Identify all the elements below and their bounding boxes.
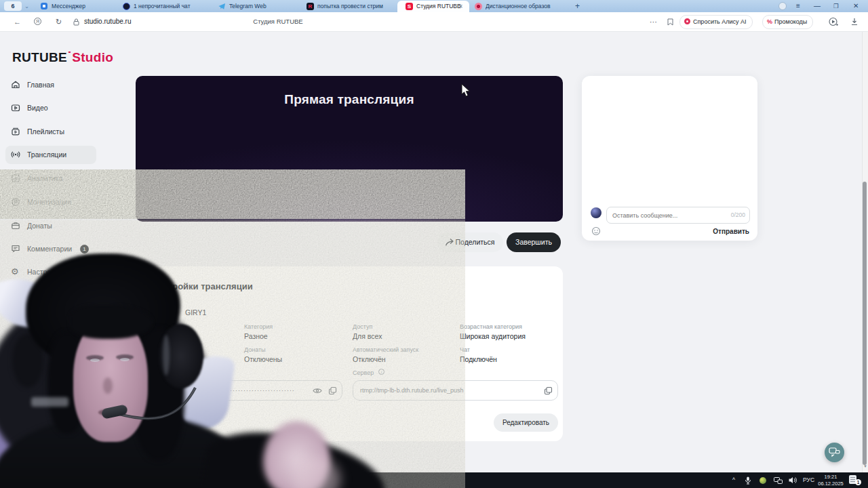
notes-count-badge: 1 [855,479,861,485]
chat-message-input[interactable] [607,207,749,223]
scrollbar-down-arrow[interactable]: ▾ [863,464,868,469]
page-scrollbar-thumb[interactable] [863,182,867,465]
tab-telegram[interactable]: Telegram Web [229,0,267,12]
browser-profile-avatar[interactable] [778,2,787,10]
webcam-nose-shadow [103,378,113,394]
alice-ai-button[interactable]: Спросить Алису AI [679,15,753,29]
support-chat-fab[interactable] [825,443,844,462]
sidebar-item-donates[interactable]: Донаты [5,217,107,235]
tray-volume-icon[interactable] [789,476,797,484]
eye-icon[interactable] [313,387,322,394]
field-label: Автоматический запуск [353,346,418,353]
playlist-icon [11,127,20,136]
home-icon [11,80,20,89]
chat-message-field[interactable]: 0/200 [606,207,750,224]
copy-icon[interactable] [544,386,553,395]
field-value: Подключён [460,355,497,363]
field-label: Категория [244,323,273,330]
server-url-field[interactable] [353,380,558,401]
flower-tab-icon [475,3,482,10]
stream-key-field[interactable]: ········································… [168,380,342,401]
reload-icon[interactable]: ↻ [56,12,62,31]
field-label: Донаты [244,346,266,353]
edit-button[interactable]: Редактировать [494,413,558,432]
broadcast-icon [11,150,20,159]
bookmark-icon[interactable] [667,18,673,26]
tray-app-icon[interactable] [760,477,766,484]
chat-user-avatar [591,207,601,218]
clock-time: 19:21 [814,474,848,481]
tray-language-indicator[interactable]: РУС [803,472,814,488]
sidebar-item-comments[interactable]: Комментарии 1 [5,240,107,258]
yandex-icon[interactable]: Я [34,18,41,25]
analytics-icon [11,174,20,183]
chat-bubbles-icon [829,447,840,458]
share-icon [445,238,454,247]
send-button[interactable]: Отправить [713,228,749,235]
emoji-icon[interactable] [591,226,601,236]
tab-studio-rutube[interactable]: S Студия RUTUBE ✕ [397,1,469,12]
video-icon [11,103,20,113]
new-tab-button[interactable]: + [575,0,580,12]
tab-counter-button[interactable]: 6 [4,1,22,11]
sidebar-item-broadcasts[interactable]: Трансляции [5,146,96,164]
field-value: Отключены [244,355,282,363]
window-minimize-icon[interactable]: — [814,0,821,12]
tab-unread-chat[interactable]: 1 непрочитанный чат [134,0,191,12]
tab-distance-education[interactable]: Дистанционное образов [486,0,566,12]
browser-tab-strip: 6 ⌄ Мессенджер 1 непрочитанный чат Teleg… [0,0,868,12]
finish-stream-button[interactable]: Завершить [507,232,561,252]
window-close-icon[interactable]: ✕ [853,0,859,12]
stream-title-text: GIRY1 [185,308,206,317]
tray-network-icon[interactable] [774,477,783,484]
promo-codes-button[interactable]: %Промокоды [762,15,813,29]
tab-messenger[interactable]: Мессенджер [52,0,85,12]
back-icon[interactable]: ← [14,12,21,31]
tab-close-icon[interactable]: ✕ [458,3,463,9]
sidebar-item-monetization[interactable]: Монетизация [5,193,107,211]
info-icon[interactable]: i [378,369,384,375]
window-restore-icon[interactable]: ❐ [833,0,839,12]
tray-microphone-icon[interactable] [745,476,751,485]
video-translate-icon[interactable] [829,17,838,26]
comment-icon [11,244,20,253]
webcam-hair-left [47,332,87,434]
wallet-icon [11,221,20,230]
sidebar-item-home[interactable]: Главная [5,76,107,94]
webcam-mouth [98,409,117,415]
tray-hidden-icons-caret[interactable]: ^ [732,472,735,488]
field-label: Доступ [353,323,372,330]
rutube-s-tab-icon: S [406,3,413,10]
tab-stream-attempt[interactable]: попытка провести стрим [317,0,383,12]
sidebar-item-settings[interactable]: ⚙ Настройки [5,263,107,281]
sidebar-item-analytics[interactable]: Аналитика [5,169,107,188]
url-text[interactable]: studio.rutube.ru [84,12,132,31]
gear-icon: ⚙ [11,267,20,277]
messenger-tab-icon [41,3,47,9]
tab-counter-chevron-icon[interactable]: ⌄ [24,0,29,12]
player-title: Прямая трансляция [136,92,563,107]
webcam-earcup-left [12,333,43,388]
char-counter: 0/200 [731,211,745,218]
sidebar-item-playlists[interactable]: Плейлисты [5,123,107,141]
webcam-eye-white-right [120,358,130,361]
webcam-eye-right [116,354,134,360]
site-lock-icon[interactable] [73,18,79,26]
webcam-chair-label-smudge [31,397,68,407]
copy-icon[interactable] [328,386,337,395]
taskbar-clock[interactable]: 19:21 06.12.2025 [814,474,848,487]
share-button[interactable]: Поделиться [437,232,503,252]
stream-key-masked-value: ········································… [169,381,308,400]
field-value: Разное [244,332,268,340]
ruble-circle-icon [11,197,20,207]
field-label: Чат [460,346,470,353]
overflow-icon[interactable]: ⋯ [650,12,657,31]
download-icon[interactable] [850,18,859,26]
sidebar-item-video[interactable]: Видео [5,99,107,117]
unread-chat-tab-icon [123,3,130,10]
field-value: Широкая аудитория [460,332,526,340]
browser-menu-icon[interactable]: ≡ [796,0,800,12]
rutube-studio-logo[interactable]: RUTUBE˙Studio [12,49,113,65]
percent-icon: % [767,18,772,25]
server-url-input[interactable] [353,381,557,400]
